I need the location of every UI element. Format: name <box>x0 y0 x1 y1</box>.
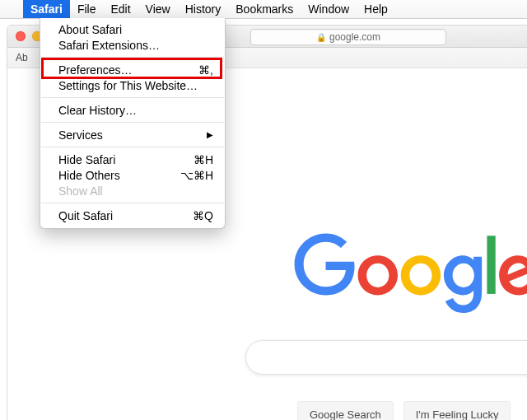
menu-item-settings-for-this-website[interactable]: Settings for This Website… <box>40 77 225 93</box>
menu-item-hide-safari[interactable]: Hide Safari⌘H <box>40 152 225 167</box>
menu-item-label: Preferences… <box>58 63 182 77</box>
url-text: google.com <box>329 31 380 43</box>
menu-item-label: Safari Extensions… <box>58 39 213 52</box>
google-search-button[interactable]: Google Search <box>297 401 394 420</box>
menu-separator <box>41 122 224 123</box>
menubar: SafariFileEditViewHistoryBookmarksWindow… <box>0 0 527 19</box>
url-field[interactable]: 🔒 google.com <box>250 29 446 45</box>
menu-separator <box>41 147 224 147</box>
menu-item-label: Quit Safari <box>58 209 182 222</box>
menu-item-label: Settings for This Website… <box>58 79 213 92</box>
menubar-item-view[interactable]: View <box>138 0 178 18</box>
menu-separator <box>41 203 224 203</box>
menu-item-services[interactable]: Services▶ <box>40 127 225 142</box>
menubar-item-window[interactable]: Window <box>301 0 357 18</box>
menu-item-quit-safari[interactable]: Quit Safari⌘Q <box>40 208 225 223</box>
menu-item-label: Services <box>58 128 207 142</box>
menu-item-label: Show All <box>58 184 213 198</box>
menubar-item-edit[interactable]: Edit <box>103 0 138 18</box>
menubar-item-bookmarks[interactable]: Bookmarks <box>228 0 301 18</box>
close-window-button[interactable] <box>16 31 26 41</box>
menu-item-show-all: Show All <box>40 183 225 198</box>
menu-item-label: About Safari <box>58 23 213 36</box>
menu-item-label: Hide Others <box>58 169 180 182</box>
menu-separator <box>41 97 224 98</box>
menu-item-shortcut: ⌥⌘H <box>180 169 213 182</box>
menubar-item-history[interactable]: History <box>178 0 229 18</box>
menubar-item-file[interactable]: File <box>70 0 104 18</box>
lock-icon: 🔒 <box>316 33 326 42</box>
menu-item-shortcut: ⌘H <box>182 153 213 166</box>
menu-item-hide-others[interactable]: Hide Others⌥⌘H <box>40 167 225 183</box>
menu-separator <box>41 57 224 58</box>
menu-item-label: Clear History… <box>58 104 213 117</box>
menu-item-preferences[interactable]: Preferences…⌘, <box>40 62 225 77</box>
menu-item-about-safari[interactable]: About Safari <box>40 21 225 37</box>
google-logo <box>292 233 527 315</box>
submenu-arrow-icon: ▶ <box>207 130 213 139</box>
google-search-input[interactable] <box>245 340 527 375</box>
google-buttons: Google Search I'm Feeling Lucky <box>297 401 511 420</box>
bookmark-item[interactable]: Ab <box>16 52 28 63</box>
menu-item-safari-extensions[interactable]: Safari Extensions… <box>40 37 225 53</box>
menu-item-shortcut: ⌘Q <box>182 209 213 222</box>
menu-item-label: Hide Safari <box>58 153 182 166</box>
menu-item-shortcut: ⌘, <box>182 63 213 77</box>
menu-item-clear-history[interactable]: Clear History… <box>40 102 225 118</box>
menubar-item-help[interactable]: Help <box>357 0 395 18</box>
feeling-lucky-button[interactable]: I'm Feeling Lucky <box>403 401 511 420</box>
menubar-item-safari[interactable]: Safari <box>23 0 70 18</box>
safari-menu-dropdown: About SafariSafari Extensions…Preference… <box>40 18 226 229</box>
